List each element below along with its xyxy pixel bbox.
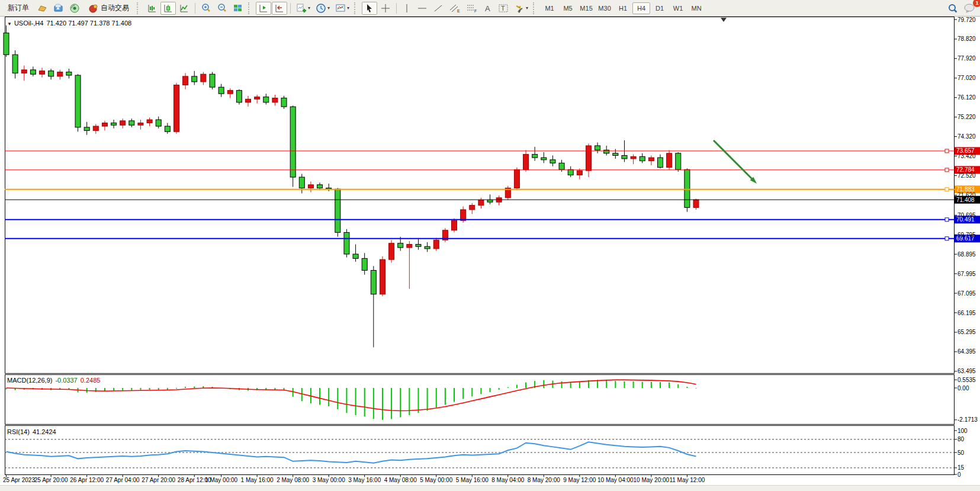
bar-chart-button[interactable] bbox=[144, 2, 160, 15]
toolbar: 新订单 自动交易 bbox=[0, 0, 980, 17]
timeframe-group: M1M5M15M30H1H4D1W1MN bbox=[541, 2, 705, 14]
svg-text:0: 0 bbox=[957, 471, 961, 478]
status-strip bbox=[0, 485, 980, 491]
signals-button[interactable] bbox=[67, 2, 82, 15]
crosshair-button[interactable] bbox=[378, 2, 393, 15]
price-chart-canvas[interactable]: 73.65772.78471.88371.40870.49169.61779.7… bbox=[0, 17, 980, 491]
toolbar-separator bbox=[195, 3, 195, 14]
arrows-icon bbox=[514, 3, 525, 14]
zoom-in-button[interactable] bbox=[198, 2, 214, 15]
chart-ohlc-values: 71.420 71.497 71.378 71.408 bbox=[46, 20, 131, 27]
svg-text:68.895: 68.895 bbox=[957, 251, 976, 258]
indicators-icon bbox=[296, 3, 307, 14]
svg-text:50: 50 bbox=[957, 450, 965, 456]
timeframe-button-M30[interactable]: M30 bbox=[596, 2, 613, 14]
svg-text:71.620: 71.620 bbox=[957, 192, 976, 198]
auto-scroll-icon bbox=[258, 3, 269, 14]
line-chart-button[interactable] bbox=[176, 2, 192, 15]
svg-text:80: 80 bbox=[957, 436, 965, 442]
timeframe-button-MN[interactable]: MN bbox=[687, 2, 705, 14]
svg-text:77.920: 77.920 bbox=[957, 55, 976, 62]
svg-text:F: F bbox=[474, 9, 477, 13]
svg-text:11 May 12:00: 11 May 12:00 bbox=[669, 477, 705, 483]
tile-windows-button[interactable] bbox=[230, 2, 246, 15]
horizontal-line-icon bbox=[417, 3, 428, 14]
equidistant-channel-icon: E bbox=[449, 3, 461, 14]
community-button[interactable] bbox=[51, 2, 66, 15]
timeframe-button-M15[interactable]: M15 bbox=[577, 2, 595, 14]
arrows-button[interactable]: ▾ bbox=[512, 2, 531, 15]
templates-button[interactable]: ▾ bbox=[333, 2, 352, 15]
svg-text:2 May 08:00: 2 May 08:00 bbox=[277, 477, 309, 483]
svg-text:3 May 16:00: 3 May 16:00 bbox=[348, 477, 381, 483]
svg-text:15: 15 bbox=[957, 464, 965, 471]
timeframe-button-M5[interactable]: M5 bbox=[559, 2, 577, 14]
rsi-indicator-label: RSI(14)41.2424 bbox=[7, 428, 56, 435]
svg-text:69.795: 69.795 bbox=[957, 232, 976, 238]
market-watch-button[interactable] bbox=[35, 2, 50, 15]
trendline-icon bbox=[433, 3, 444, 14]
svg-text:67.995: 67.995 bbox=[957, 271, 976, 277]
svg-text:63.495: 63.495 bbox=[957, 368, 976, 374]
search-button[interactable] bbox=[945, 2, 960, 15]
svg-text:8 May 04:00: 8 May 04:00 bbox=[491, 477, 524, 483]
svg-text:78.820: 78.820 bbox=[957, 36, 976, 42]
price-axis: 79.72078.82077.92077.02076.12075.22074.3… bbox=[955, 17, 976, 374]
new-order-button[interactable]: 新订单 bbox=[2, 2, 34, 15]
candlestick-chart-button[interactable] bbox=[160, 2, 176, 15]
chart-shift-button[interactable] bbox=[272, 2, 287, 15]
svg-text:25 Apr 2023: 25 Apr 2023 bbox=[3, 477, 35, 483]
fibonacci-icon: F bbox=[466, 3, 478, 14]
expand-caret-icon[interactable]: ▼ bbox=[7, 21, 12, 27]
svg-text:9 May 12:00: 9 May 12:00 bbox=[563, 477, 596, 483]
svg-text:79.720: 79.720 bbox=[957, 17, 976, 23]
fibonacci-button[interactable]: F bbox=[464, 2, 480, 15]
timeframe-button-H1[interactable]: H1 bbox=[614, 2, 632, 14]
dropdown-caret-icon: ▾ bbox=[526, 5, 528, 11]
timeframe-button-W1[interactable]: W1 bbox=[669, 2, 687, 14]
text-icon: A bbox=[483, 3, 493, 14]
dropdown-caret-icon: ▾ bbox=[347, 5, 349, 11]
template-icon bbox=[335, 3, 346, 14]
cursor-icon bbox=[364, 3, 375, 14]
rsi-name: RSI(14) bbox=[7, 428, 30, 435]
zoom-out-icon bbox=[217, 3, 227, 14]
toolbar-grip bbox=[354, 2, 359, 14]
trendline-button[interactable] bbox=[430, 2, 446, 15]
chart-window: 73.65772.78471.88371.40870.49169.61779.7… bbox=[0, 17, 980, 491]
auto-scroll-button[interactable] bbox=[256, 2, 271, 15]
chart-shift-icon bbox=[274, 3, 285, 14]
svg-text:64.395: 64.395 bbox=[957, 348, 976, 355]
chart-symbol-period: USOil-,H4 bbox=[14, 20, 44, 27]
svg-text:25 Apr 20:00: 25 Apr 20:00 bbox=[34, 477, 68, 483]
vertical-line-button[interactable] bbox=[400, 2, 414, 15]
svg-text:E: E bbox=[457, 9, 460, 13]
notification-badge: 1 bbox=[973, 0, 980, 7]
timeframe-button-H4[interactable]: H4 bbox=[632, 2, 650, 14]
chart-title: ▼USOil-,H471.420 71.497 71.378 71.408 bbox=[7, 20, 131, 27]
macd-signal-value: 0.2485 bbox=[81, 377, 101, 384]
svg-text:74.320: 74.320 bbox=[957, 133, 976, 140]
toolbar-separator bbox=[290, 3, 291, 14]
cursor-button[interactable] bbox=[362, 2, 377, 15]
text-label-button[interactable]: T bbox=[496, 2, 511, 15]
equidistant-channel-button[interactable]: E bbox=[446, 2, 463, 15]
zoom-out-button[interactable] bbox=[214, 2, 230, 15]
text-label-icon: T bbox=[498, 3, 509, 14]
toolbar-grip bbox=[137, 2, 142, 14]
timeframe-button-M1[interactable]: M1 bbox=[541, 2, 558, 14]
horizontal-line-button[interactable] bbox=[415, 2, 430, 15]
svg-text:4 May 08:00: 4 May 08:00 bbox=[384, 477, 417, 483]
svg-text:1 May 16:00: 1 May 16:00 bbox=[241, 477, 274, 483]
svg-text:27 Apr 20:00: 27 Apr 20:00 bbox=[142, 477, 175, 483]
toolbar-grip bbox=[533, 2, 538, 14]
autotrading-button[interactable]: 自动交易 bbox=[83, 2, 134, 15]
svg-text:72.520: 72.520 bbox=[957, 172, 976, 179]
periods-button[interactable]: ▾ bbox=[313, 2, 332, 15]
line-chart-icon bbox=[179, 3, 189, 14]
autotrading-label: 自动交易 bbox=[101, 3, 129, 13]
timeframe-button-D1[interactable]: D1 bbox=[651, 2, 669, 14]
text-button[interactable]: A bbox=[481, 2, 495, 15]
indicators-button[interactable]: ▾ bbox=[294, 2, 313, 15]
svg-text:100: 100 bbox=[957, 428, 968, 434]
